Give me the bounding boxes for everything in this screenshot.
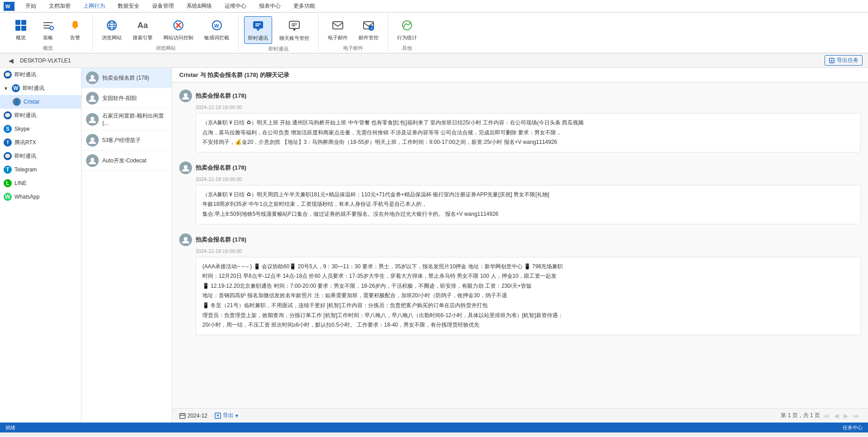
toolbar-item-emailcontrol[interactable]: ✓ 邮件管控 — [355, 16, 382, 43]
svg-point-37 — [91, 138, 94, 141]
webcontrol-icon — [171, 18, 186, 33]
grid-icon — [14, 18, 28, 33]
menu-more[interactable]: 更多功能 — [292, 1, 317, 11]
toolbar-browseweb-label: 浏览网站 — [102, 34, 122, 41]
menu-devmgr[interactable]: 设备管理 — [150, 1, 176, 11]
first-page-button[interactable]: ⏮ — [822, 412, 831, 419]
message-block-1: 拍卖会报名群 (178) 2024-12-18 16:06:00 （京A兼职 ¥… — [179, 162, 861, 224]
sidebar-item-skype[interactable]: S Skype — [0, 122, 81, 136]
contact-item-3[interactable]: 53客户经理苗子 — [82, 130, 172, 151]
sidebar-item-im3-label: 即时通讯 — [14, 152, 36, 160]
toolbar-group-im: 即时通讯 聊天账号管控 即时通讯 — [239, 14, 319, 51]
bottom-date-label: 2024-12 — [187, 413, 207, 419]
menu-datasec[interactable]: 数据安全 — [116, 1, 141, 11]
date-picker[interactable]: 2024-12 — [179, 413, 207, 419]
prev-page-button[interactable]: ◀ — [833, 412, 840, 419]
last-page-button[interactable]: ⏭ — [852, 412, 861, 419]
toolbar-item-im[interactable]: 即时通讯 — [244, 16, 272, 44]
contact-name-0: 拍卖会报名群 (178) — [102, 74, 149, 82]
chatcontrol-icon — [287, 19, 302, 33]
svg-text:✓: ✓ — [370, 26, 374, 31]
status-bar: 就绪 任务中心 — [0, 423, 868, 432]
sidebar-item-whatsapp-label: WhatsApp — [14, 194, 39, 200]
contact-item-2[interactable]: 石家庄闲置群-顺利出闲置 (... — [82, 109, 172, 130]
sidebar-item-im-w[interactable]: ▼ W 即时通讯 — [0, 81, 81, 95]
menu-start[interactable]: 开始 — [24, 1, 38, 11]
menu-ops[interactable]: 运维中心 — [223, 1, 248, 11]
toolbar-item-overview[interactable]: 概览 — [9, 16, 33, 43]
toolbar-item-browseweb[interactable]: 浏览网站 — [98, 16, 125, 43]
sidebar-item-im2[interactable]: 💬 即时通讯 — [0, 109, 81, 122]
sidebar-item-im-top[interactable]: 💬 即时通讯 — [0, 68, 81, 81]
keyword-icon: W — [210, 18, 224, 33]
menu-docenc[interactable]: 文档加密 — [47, 1, 72, 11]
back-button[interactable]: ◀ — [5, 55, 16, 66]
sidebar-item-whatsapp[interactable]: W WhatsApp — [0, 190, 81, 204]
sidebar-item-line[interactable]: L LINE — [0, 176, 81, 190]
toolbar-item-behav[interactable]: 行为统计 — [393, 16, 421, 43]
chat-messages: 拍卖会报名群 (178) 2024-12-18 16:06:00 （京A兼职 ¥… — [172, 82, 868, 408]
status-right: 任务中心 — [843, 424, 863, 431]
sidebar-item-im-w-label: 即时通讯 — [23, 85, 44, 92]
message-sender-name-2: 拍卖会报名群 (178) — [196, 236, 246, 244]
message-sender-name-0: 拍卖会报名群 (178) — [196, 92, 246, 100]
contact-avatar-2 — [86, 113, 99, 126]
sidebar-item-im3[interactable]: 💬 即时通讯 — [0, 149, 81, 163]
policy-icon — [41, 18, 55, 33]
next-page-button[interactable]: ▶ — [842, 412, 850, 419]
export-label: 导出 — [223, 412, 234, 419]
contact-list: 拍卖会报名群 (178) 安固软件-阳阳 石家庄闲置群-顺利出闲置 (... 5… — [82, 68, 172, 423]
contact-item-0[interactable]: 拍卖会报名群 (178) — [82, 68, 172, 88]
sidebar-item-rtx[interactable]: T 腾讯RTX — [0, 136, 81, 149]
toolbar-items-im: 即时通讯 聊天账号管控 — [244, 16, 313, 44]
svg-text:W: W — [214, 23, 219, 28]
toolbar-chatcontrol-label: 聊天账号管控 — [279, 35, 309, 42]
breadcrumb-bar: ◀ DESKTOP-VLKTLE1 导出任务 — [0, 53, 868, 68]
message-block-0: 拍卖会报名群 (178) 2024-12-18 16:06:00 （京A兼职 ¥… — [179, 90, 861, 152]
toolbar-item-searchengine[interactable]: Aa 搜索引擎 — [129, 16, 156, 43]
sidebar-item-line-label: LINE — [14, 180, 27, 186]
whatsapp-icon: W — [4, 193, 12, 201]
contact-name-4: Auto开发-Codecat — [102, 157, 146, 165]
export-button[interactable]: 导出 ▾ — [215, 412, 238, 419]
toolbar-item-chatcontrol[interactable]: 聊天账号管控 — [276, 17, 313, 43]
contact-item-4[interactable]: Auto开发-Codecat — [82, 151, 172, 171]
svg-rect-3 — [21, 20, 26, 25]
menu-web[interactable]: 上网行为 — [82, 1, 107, 11]
contact-item-1[interactable]: 安固软件-阳阳 — [82, 88, 172, 109]
svg-rect-24 — [289, 21, 299, 28]
toolbar-im-label: 即时通讯 — [248, 35, 268, 42]
export-dropdown-icon: ▾ — [235, 413, 238, 419]
contact-avatar-1 — [86, 92, 99, 104]
toolbar-group-email: 电子邮件 ✓ 邮件管控 电子邮件 — [319, 14, 388, 51]
sidebar-item-telegram[interactable]: T Telegram — [0, 163, 81, 176]
sidebar-item-cristar[interactable]: 👤 Cristar — [0, 95, 81, 109]
svg-rect-4 — [15, 26, 20, 31]
expand-icon-w: ▼ — [4, 86, 8, 91]
toolbar-item-email[interactable]: 电子邮件 — [324, 16, 351, 43]
toolbar-group-web: 浏览网站 Aa 搜索引擎 网站访问控制 W 敏感词拦截 浏览网站 — [93, 14, 239, 51]
toolbar-item-alert[interactable]: 告警 — [63, 16, 87, 43]
toolbar-item-policy[interactable]: 策略 — [36, 16, 60, 43]
toolbar-item-webcontrol[interactable]: 网站访问控制 — [160, 16, 197, 43]
sidebar: 💬 即时通讯 ▼ W 即时通讯 👤 Cristar 💬 即时通讯 S Skype… — [0, 68, 82, 423]
svg-point-34 — [91, 75, 94, 79]
toolbar-item-keyword[interactable]: W 敏感词拦截 — [201, 16, 233, 43]
emailcontrol-icon: ✓ — [361, 18, 376, 33]
contact-name-1: 安固软件-阳阳 — [102, 95, 137, 102]
menu-sysnet[interactable]: 系统&网络 — [185, 1, 214, 11]
page-info: 第 1 页，共 1 页 ⏮ ◀ ▶ ⏭ — [781, 412, 861, 419]
toolbar-group-overview-label: 概览 — [43, 45, 53, 52]
toolbar-group-other-label: 其他 — [402, 45, 412, 52]
svg-rect-10 — [74, 27, 77, 28]
telegram-icon: T — [4, 166, 12, 174]
globe-icon — [105, 18, 119, 33]
export-task-button[interactable]: 导出任务 — [825, 55, 863, 66]
svg-point-40 — [184, 165, 187, 169]
message-sender-name-1: 拍卖会报名群 (178) — [196, 164, 246, 172]
page-info-text: 第 1 页，共 1 页 — [781, 412, 820, 419]
toolbar-group-other: 行为统计 其他 — [388, 14, 426, 51]
message-avatar-1 — [179, 162, 192, 174]
menu-report[interactable]: 报表中心 — [257, 1, 283, 11]
toolbar-searchengine-label: 搜索引擎 — [133, 34, 153, 41]
